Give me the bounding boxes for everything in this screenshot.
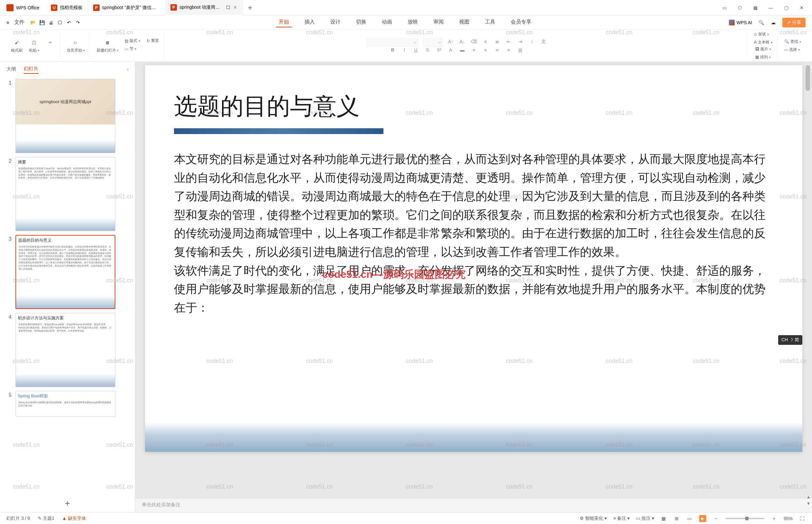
file-menu[interactable]: 文件 [12,18,27,27]
zoom-slider[interactable] [726,518,764,519]
cut-button[interactable]: ✂ [44,37,57,54]
reset-button[interactable]: ↻重置 [145,37,161,44]
align-justify-icon[interactable]: ≡ [506,47,512,53]
print-icon[interactable]: 🖨 [48,19,54,26]
open-icon[interactable]: 📂 [30,19,36,26]
decrease-font-icon[interactable]: A↓ [459,38,466,45]
line-spacing-icon[interactable]: ↕ [529,38,535,45]
notes-input[interactable]: 单击此处添加备注 [135,498,812,512]
thumbnail-4[interactable]: 初步设计方法与实施方案 本系统采用B/S架构设计，前端使用Vue.js框架，后端… [15,313,115,387]
share-button[interactable]: ↗ 分享 [782,18,806,28]
tab-close-icon[interactable]: ✕ [233,5,237,10]
strikethrough-icon[interactable]: S [424,47,431,53]
underline-icon[interactable]: U [413,47,419,53]
format-painter-button[interactable]: 🖌 格式刷 [9,37,24,54]
textbox-dropdown[interactable]: A文本框 [752,39,774,46]
new-slide-button[interactable]: ▦ 新建幻灯片 [95,37,120,54]
align-left-icon[interactable]: ≡ [471,47,477,53]
find-dropdown[interactable]: 🔍查找 [782,38,803,45]
add-slide-button[interactable]: + [0,494,135,512]
bullets-icon[interactable]: ≡ [482,38,489,45]
avatar-icon[interactable]: ▦ [751,4,759,12]
slideshow-button[interactable]: ▶ [699,515,706,522]
tab-menu-icon[interactable]: ☐ [225,4,231,11]
slide-body-text[interactable]: 本文研究的目标是通过对各种功能单元进行最优的整合，从而达到对各种管理的具体要求，… [174,150,773,317]
menu-transition[interactable]: 切换 [353,17,369,28]
zoom-level[interactable]: 95% [784,516,793,521]
close-icon[interactable]: ✕ [798,4,806,12]
menu-animation[interactable]: 动画 [379,17,395,28]
menu-tools[interactable]: 工具 [482,17,498,28]
zoom-out-icon[interactable]: − [713,515,719,522]
preview-icon[interactable]: 🖵 [57,19,63,26]
beautify-button[interactable]: ⚙ 智能美化 ▾ [580,515,607,521]
font-family-select[interactable] [366,38,418,47]
align-center-icon[interactable]: ≡ [482,47,489,53]
superscript-icon[interactable]: X² [436,47,443,53]
menu-insert[interactable]: 插入 [302,17,317,28]
zoom-in-icon[interactable]: + [771,515,777,522]
maximize-icon[interactable]: ▢ [782,4,790,12]
scroll-thumb[interactable] [806,65,810,91]
tab-doc-active[interactable]: P springboot 动漫周边商城的 ☐ ✕ [165,0,243,15]
menu-view[interactable]: 视图 [457,17,472,28]
save-icon[interactable]: 💾 [39,19,45,26]
reading-view-icon[interactable]: ▭ [686,515,693,522]
menu-icon[interactable]: ≡ [6,20,9,25]
overflow-icon[interactable]: ▭ [720,4,728,12]
menu-review[interactable]: 审阅 [431,17,446,28]
outline-tab[interactable]: 大纲 [6,65,16,73]
apps-icon[interactable]: ⬡ [736,4,744,12]
missing-font-warning[interactable]: ▲ 缺失字体 [62,515,86,521]
tab-doc-1[interactable]: P springboot “鼻护灵” 微信小程序的 [88,0,165,15]
arrange-dropdown[interactable]: ▦排列 [753,54,773,61]
align-right-icon[interactable]: ≡ [494,47,500,53]
menu-start[interactable]: 开始 [276,17,292,28]
slide-canvas[interactable]: 选题的目的与意义 本文研究的目标是通过对各种功能单元进行最优的整合，从而达到对各… [145,65,802,452]
theme-indicator[interactable]: ✎ 主题1 [38,515,54,521]
section-dropdown[interactable]: ▭节 [123,46,142,52]
italic-icon[interactable]: I [401,47,408,53]
wps-ai-button[interactable]: WPS AI [729,20,752,26]
comments-toggle[interactable]: ▭ 批注 ▾ [636,515,654,521]
thumbnail-5[interactable]: Spring Boot框架 Spring Boot是由Pivotal团队提供的全… [15,391,115,417]
wps-logo[interactable]: WPS Office [0,4,46,11]
text-direction-icon[interactable]: 文 [540,38,547,45]
shapes-dropdown[interactable]: ◇形状 [752,31,774,38]
numbering-icon[interactable]: ≣ [494,38,500,45]
bold-icon[interactable]: B [390,47,396,53]
sorter-view-icon[interactable]: ⊞ [674,515,680,522]
cloud-icon[interactable]: ☁ [770,19,777,26]
scroll-down-icon[interactable]: ▼ [806,501,811,506]
notes-toggle[interactable]: ≡ 备注 ▾ [613,515,630,521]
menu-slideshow[interactable]: 放映 [405,17,420,28]
scroll-up-icon[interactable]: ▲ [806,494,811,500]
slides-tab[interactable]: 幻灯片 [24,64,38,74]
menu-member[interactable]: 会员专享 [508,17,534,28]
thumbnail-2[interactable]: 摘要 动漫周边商城的开发是基于Java语言、MySQL数据库、B/S结构等技术进… [15,157,115,231]
indent-left-icon[interactable]: ⇤ [506,38,512,45]
select-dropdown[interactable]: ▭选择 [782,46,803,53]
picture-dropdown[interactable]: 🖼图片 [753,46,773,52]
new-tab-button[interactable]: + [243,0,258,15]
increase-font-icon[interactable]: A↑ [448,38,454,45]
menu-design[interactable]: 设计 [328,17,343,28]
undo-icon[interactable]: ↶ [66,19,72,26]
fit-window-icon[interactable]: ⛶ [799,515,806,522]
columns-icon[interactable]: ▥ [517,47,524,53]
font-color-icon[interactable]: A [448,47,454,53]
minimize-icon[interactable]: — [767,4,775,12]
ime-indicator[interactable]: CH ☽ 简 [778,335,802,345]
scrollbar[interactable] [806,65,810,509]
normal-view-icon[interactable]: ▦ [661,515,667,522]
redo-icon[interactable]: ↷ [75,19,81,26]
search-icon[interactable]: 🔍 [758,19,764,26]
from-current-button[interactable]: ▷ 当页开始 [65,37,87,54]
layout-dropdown[interactable]: ▤版式 [123,37,142,44]
font-size-select[interactable] [423,38,443,47]
highlight-icon[interactable]: ▬ [459,47,466,53]
thumbnail-1[interactable]: springboot 动漫周边商城ppt [15,79,115,153]
collapse-panel-icon[interactable]: ‹ [127,67,129,72]
clear-format-icon[interactable]: ⌫ [471,38,477,45]
tab-templates[interactable]: U 找稻壳模板 [46,0,88,15]
